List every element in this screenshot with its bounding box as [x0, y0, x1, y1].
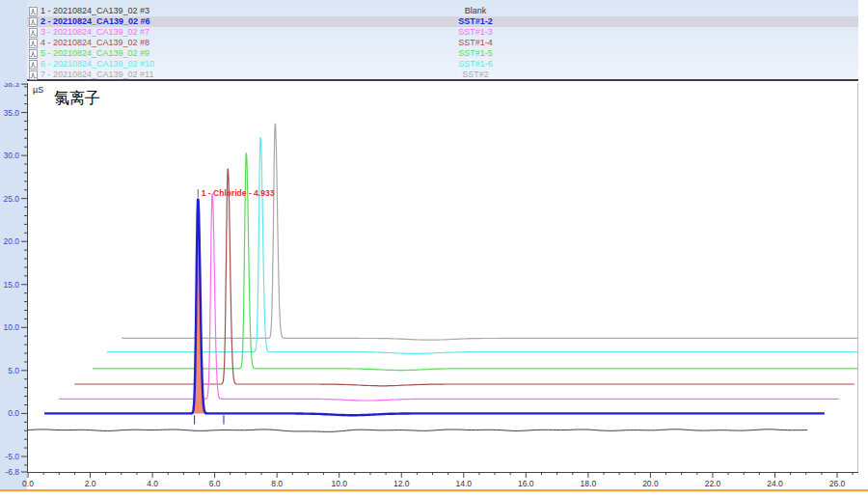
legend-sample-label: Blank [355, 6, 596, 16]
legend-sample-label: SST#1-5 [355, 48, 596, 59]
x-tick-label: 8.0 [271, 479, 283, 488]
legend-sample-label: SST#1-3 [355, 27, 596, 38]
legend-sample-name: 1 - 20210824_CA139_02 #3 [41, 6, 149, 16]
y-tick-label: 15.0 [3, 280, 19, 290]
x-tick-label: 2.0 [85, 479, 96, 488]
chromatogram-icon [29, 70, 38, 80]
chromatogram-icon [29, 17, 38, 27]
y-tick-label: 20.0 [3, 236, 19, 246]
x-tick-label: 0.0 [22, 479, 34, 488]
x-tick-label: 4.0 [147, 479, 158, 488]
x-tick-label: 14.0 [456, 479, 473, 488]
injection-legend: 1 - 20210824_CA139_02 #3Blank2 - 2021082… [27, 0, 858, 81]
x-tick-label: 16.0 [518, 479, 534, 488]
peak-label: 1 - Chloride - 4.933 [202, 188, 275, 198]
x-axis: 0.02.04.06.08.010.012.014.016.018.020.02… [22, 472, 853, 488]
chromatogram-view: 1 - 20210824_CA139_02 #3Blank2 - 2021082… [0, 0, 868, 499]
y-tick-label: 38.3 [3, 83, 19, 89]
chromatogram-icon [29, 60, 38, 69]
legend-row[interactable]: 1 - 20210824_CA139_02 #3Blank [27, 6, 858, 16]
legend-sample-label: SST#1-6 [355, 59, 596, 69]
chromatogram-icon [29, 39, 38, 48]
chromatogram-icon [29, 7, 38, 16]
y-tick-label: 30.0 [3, 151, 19, 160]
y-tick-label: 0.0 [8, 408, 19, 418]
legend-sample-name: 6 - 20210824_CA139_02 #10 [41, 59, 154, 69]
y-tick-label: -5.0 [5, 452, 19, 461]
y-axis: 38.335.030.025.020.015.010.05.00.0-5.0-6… [3, 83, 27, 477]
chart-title: 氯离子 [54, 89, 100, 109]
legend-row[interactable]: 6 - 20210824_CA139_02 #10SST#1-6 [27, 59, 858, 69]
legend-row[interactable]: 4 - 20210824_CA139_02 #8SST#1-4 [27, 38, 858, 48]
chromatogram-icon [29, 28, 38, 38]
legend-row[interactable]: 5 - 20210824_CA139_02 #9SST#1-5 [27, 48, 858, 59]
x-tick-label: 24.0 [767, 479, 783, 488]
legend-sample-name: 2 - 20210824_CA139_02 #6 [41, 16, 150, 27]
legend-sample-name: 3 - 20210824_CA139_02 #7 [41, 27, 149, 38]
y-tick-label: -6.8 [5, 467, 19, 477]
legend-sample-label: SST#1-4 [355, 38, 596, 48]
x-tick-label: 18.0 [581, 479, 597, 488]
legend-row[interactable]: 7 - 20210824_CA139_02 #11SST#2 [27, 69, 858, 80]
x-tick-label: 10.0 [331, 479, 347, 488]
y-tick-label: 35.0 [3, 108, 19, 118]
legend-row[interactable]: 3 - 20210824_CA139_02 #7SST#1-3 [27, 27, 858, 38]
legend-sample-name: 5 - 20210824_CA139_02 #9 [41, 48, 149, 59]
bottom-divider [0, 489, 868, 491]
y-tick-label: 25.0 [3, 194, 19, 204]
legend-sample-label: SST#1-2 [355, 16, 596, 27]
chromatogram-icon [29, 49, 38, 59]
y-tick-label: 10.0 [3, 322, 19, 332]
legend-sample-label: SST#2 [355, 69, 596, 80]
x-tick-label: 12.0 [393, 479, 410, 488]
x-tick-label: 20.0 [642, 479, 659, 488]
x-tick-label: 22.0 [705, 479, 721, 488]
legend-row[interactable]: 2 - 20210824_CA139_02 #6SST#1-2 [27, 16, 858, 27]
chromatogram-plot: 0.02.04.06.08.010.012.014.016.018.020.02… [0, 83, 868, 499]
y-axis-unit-label: µS [33, 85, 43, 95]
x-tick-label: 26.0 [829, 479, 846, 488]
legend-sample-name: 4 - 20210824_CA139_02 #8 [41, 38, 149, 48]
legend-sample-name: 7 - 20210824_CA139_02 #11 [41, 69, 153, 80]
y-tick-label: 5.0 [8, 366, 19, 375]
x-tick-label: 6.0 [209, 479, 221, 488]
